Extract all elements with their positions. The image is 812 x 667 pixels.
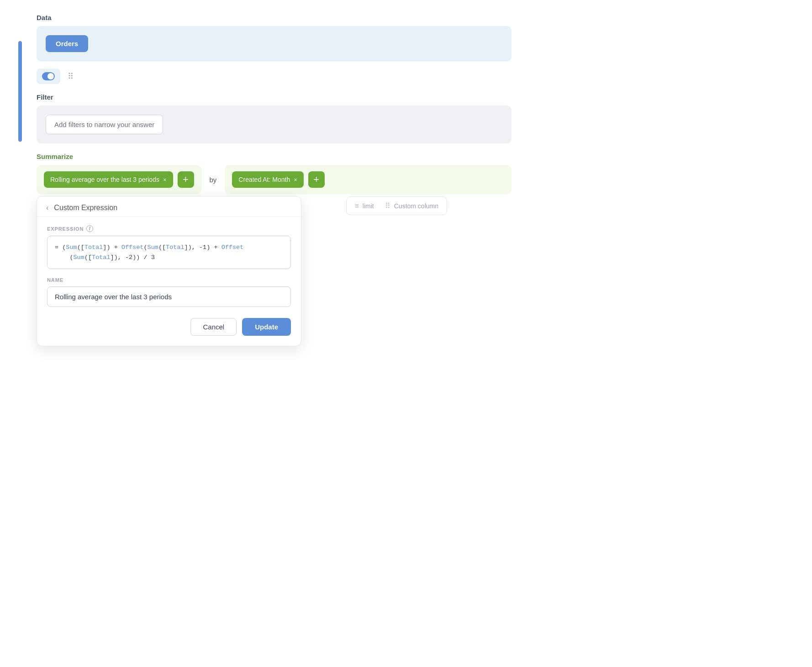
fn-sum2: Sum [148,244,158,251]
metric-tag-close[interactable]: × [163,176,167,183]
data-section-label: Data [37,14,530,21]
toolbar-row: ≡ limit ⠿ Custom column [346,196,448,215]
custom-column-label: Custom column [394,202,438,210]
summarize-right-container: Created At: Month × + [225,165,511,194]
action-row: Cancel Update [47,318,291,336]
limit-item[interactable]: ≡ limit [355,202,374,210]
limit-icon: ≡ [355,202,359,210]
expression-info-icon[interactable]: i [86,225,93,232]
blue-decoration-bar [18,41,22,142]
expression-field-label: EXPRESSION i [47,225,291,232]
filter-section-label: Filter [37,93,511,101]
limit-label: limit [363,202,374,210]
dropdown-header: ‹ Custom Expression [37,196,301,217]
expression-box[interactable]: = (Sum([Total]) + Offset(Sum([Total]), -… [47,236,291,269]
dropdown-body: EXPRESSION i = (Sum([Total]) + Offset(Su… [37,217,301,346]
group-tag-close[interactable]: × [294,176,297,183]
num1: -1 [199,244,206,251]
field-total2: Total [166,244,185,251]
field-total1: Total [84,244,103,251]
custom-column-icon: ⠿ [385,201,390,210]
by-label: by [210,176,217,184]
name-field-label: NAME [47,277,291,283]
custom-expression-panel: ‹ Custom Expression ≡ limit ⠿ Custom col… [37,196,301,346]
field-total3: Total [92,254,111,261]
summarize-section-label: Summarize [37,153,511,160]
fn-offset1: Offset [121,244,144,251]
summarize-left-container: Rolling average over the last 3 periods … [37,165,201,194]
add-group-button[interactable]: + [308,171,325,188]
dropdown-title: Custom Expression [54,204,117,212]
group-tag-label: Created At: Month [238,176,290,183]
metric-tag[interactable]: Rolling average over the last 3 periods … [44,171,173,188]
custom-column-item[interactable]: ⠿ Custom column [385,201,438,210]
num3: 3 [151,254,155,261]
group-tag[interactable]: Created At: Month × [232,171,303,188]
expression-equals: = [55,244,62,251]
add-metric-button[interactable]: + [178,171,194,188]
back-arrow-icon[interactable]: ‹ [46,204,48,212]
fn-sum1: Sum [66,244,77,251]
fn-offset2: Offset [221,244,244,251]
name-input[interactable]: Rolling average over the last 3 periods [47,286,291,307]
toggle-icon [42,72,55,80]
fn-sum3: Sum [74,254,84,261]
cancel-button[interactable]: Cancel [190,318,237,336]
toggle-switch-button[interactable] [37,69,60,84]
filter-input-button[interactable]: Add filters to narrow your answer [46,115,163,134]
num2: -2 [125,254,132,261]
grid-dots-icon[interactable]: ⠿ [68,71,74,81]
metric-tag-label: Rolling average over the last 3 periods [50,176,159,183]
orders-button[interactable]: Orders [46,35,88,52]
update-button[interactable]: Update [242,318,291,336]
